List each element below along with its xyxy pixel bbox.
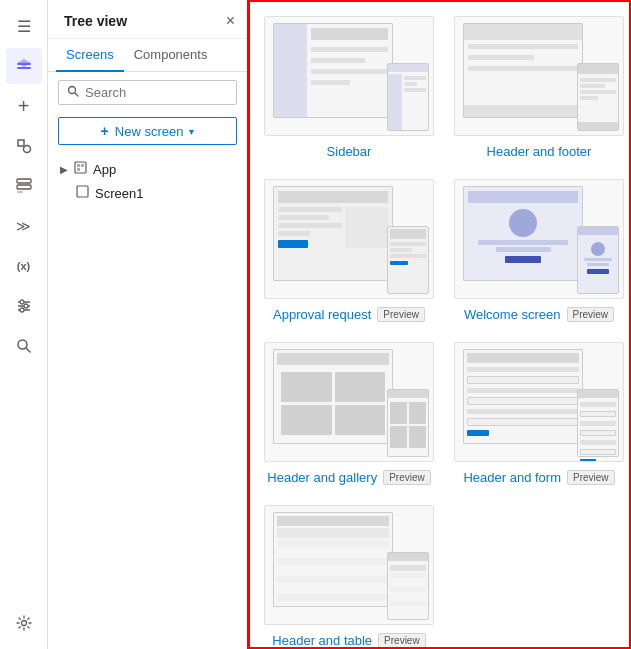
app-icon xyxy=(74,161,87,177)
svg-rect-1 xyxy=(17,67,31,69)
svg-point-16 xyxy=(69,87,76,94)
preview-badge-form[interactable]: Preview xyxy=(567,470,615,485)
shapes-icon[interactable] xyxy=(6,128,42,164)
svg-line-14 xyxy=(26,348,30,352)
template-label-table: Header and table Preview xyxy=(272,633,425,648)
tab-screens[interactable]: Screens xyxy=(56,39,124,72)
template-label-welcome: Welcome screen Preview xyxy=(464,307,614,322)
controls-icon[interactable] xyxy=(6,288,42,324)
chevron-down-icon: ▾ xyxy=(189,126,194,137)
preview-badge-approval[interactable]: Preview xyxy=(377,307,425,322)
template-sidebar[interactable]: Sidebar xyxy=(264,16,434,159)
tab-components[interactable]: Components xyxy=(124,39,218,72)
tree-item-screen1-label: Screen1 xyxy=(95,186,143,201)
templates-grid: Sidebar xyxy=(248,0,631,649)
template-welcome[interactable]: Welcome screen Preview xyxy=(454,179,624,322)
tree-item-app[interactable]: ▶ App xyxy=(48,157,247,181)
template-thumb-table[interactable] xyxy=(264,505,434,625)
tree-view-panel: Tree view × Screens Components + New scr… xyxy=(48,0,248,649)
template-thumb-approval[interactable] xyxy=(264,179,434,299)
variables-icon[interactable]: (x) xyxy=(6,248,42,284)
search-box xyxy=(58,80,237,105)
template-label-form: Header and form Preview xyxy=(463,470,614,485)
plus-icon-new-screen: + xyxy=(101,123,109,139)
template-label-approval: Approval request Preview xyxy=(273,307,425,322)
svg-point-11 xyxy=(24,304,28,308)
settings-icon[interactable] xyxy=(6,605,42,641)
svg-line-17 xyxy=(75,93,78,96)
tree-item-app-label: App xyxy=(93,162,116,177)
preview-badge-welcome[interactable]: Preview xyxy=(567,307,615,322)
svg-rect-20 xyxy=(81,164,84,167)
panel-title: Tree view xyxy=(64,13,127,29)
svg-rect-19 xyxy=(77,164,80,167)
tree-item-screen1[interactable]: Screen1 xyxy=(48,181,247,205)
new-screen-button[interactable]: + New screen ▾ xyxy=(58,117,237,145)
menu-icon[interactable]: ☰ xyxy=(6,8,42,44)
svg-point-15 xyxy=(21,621,26,626)
search-icon xyxy=(67,85,79,100)
new-screen-label: New screen xyxy=(115,124,184,139)
screen-icon xyxy=(76,185,89,201)
svg-point-12 xyxy=(20,308,24,312)
preview-badge-table[interactable]: Preview xyxy=(378,633,426,648)
template-gallery[interactable]: Header and gallery Preview xyxy=(264,342,434,485)
tree-section: ▶ App Screen1 xyxy=(48,153,247,209)
template-thumb-gallery[interactable] xyxy=(264,342,434,462)
template-label-sidebar: Sidebar xyxy=(327,144,372,159)
close-button[interactable]: × xyxy=(226,12,235,30)
svg-rect-2 xyxy=(18,140,24,146)
template-headerfooter[interactable]: Header and footer xyxy=(454,16,624,159)
chevron-right-icon: ▶ xyxy=(60,164,68,175)
svg-rect-4 xyxy=(17,179,31,183)
template-thumb-sidebar[interactable] xyxy=(264,16,434,136)
template-form[interactable]: Header and form Preview xyxy=(454,342,624,485)
svg-rect-18 xyxy=(75,162,86,173)
search-icon-toolbar[interactable] xyxy=(6,328,42,364)
data-icon[interactable] xyxy=(6,168,42,204)
templates-area: Sidebar xyxy=(248,0,631,649)
panel-header: Tree view × xyxy=(48,0,247,39)
insert-icon[interactable]: + xyxy=(6,88,42,124)
layers-icon[interactable] xyxy=(6,48,42,84)
svg-rect-22 xyxy=(77,186,88,197)
svg-rect-6 xyxy=(17,191,23,193)
template-label-headerfooter: Header and footer xyxy=(487,144,592,159)
svg-rect-21 xyxy=(77,168,80,171)
panel-tabs: Screens Components xyxy=(48,39,247,72)
template-label-gallery: Header and gallery Preview xyxy=(267,470,430,485)
svg-rect-5 xyxy=(17,185,31,189)
svg-point-10 xyxy=(20,300,24,304)
template-table[interactable]: Header and table Preview xyxy=(264,505,434,648)
template-thumb-headerfooter[interactable] xyxy=(454,16,624,136)
search-input[interactable] xyxy=(85,85,228,100)
svg-point-3 xyxy=(23,146,30,153)
template-approval[interactable]: Approval request Preview xyxy=(264,179,434,322)
template-thumb-form[interactable] xyxy=(454,342,624,462)
template-thumb-welcome[interactable] xyxy=(454,179,624,299)
flow-icon[interactable]: ≫ xyxy=(6,208,42,244)
preview-badge-gallery[interactable]: Preview xyxy=(383,470,431,485)
left-toolbar: ☰ + ≫ (x) xyxy=(0,0,48,649)
